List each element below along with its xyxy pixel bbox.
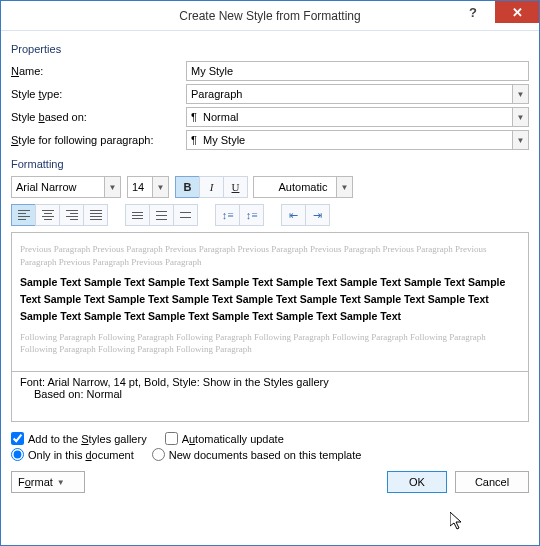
add-gallery-input[interactable] xyxy=(11,432,24,445)
style-type-value[interactable] xyxy=(186,84,529,104)
preview-following: Following Paragraph Following Paragraph … xyxy=(20,331,520,356)
cancel-button[interactable]: Cancel xyxy=(455,471,529,493)
row-name: Name: xyxy=(11,61,529,81)
chevron-down-icon: ▼ xyxy=(57,478,65,487)
titlebar: Create New Style from Formatting ? ✕ xyxy=(1,1,539,31)
align-left-button[interactable] xyxy=(11,204,36,226)
following-select[interactable]: ▼ xyxy=(186,130,529,150)
space-before-inc-button[interactable]: ↕≡ xyxy=(215,204,240,226)
para-spacing-buttons: ↕≡ ↕≡ xyxy=(215,204,263,226)
align-center-button[interactable] xyxy=(35,204,60,226)
spacing-buttons xyxy=(125,204,197,226)
formatting-group-label: Formatting xyxy=(11,158,529,170)
format-row-2: ↕≡ ↕≡ ⇤ ⇥ xyxy=(11,204,529,226)
name-label: Name: xyxy=(11,65,186,77)
chevron-down-icon[interactable]: ▼ xyxy=(152,176,169,198)
alignment-buttons xyxy=(11,204,107,226)
font-style-buttons: B I U xyxy=(175,176,247,198)
new-docs-radio[interactable]: New documents based on this template xyxy=(152,448,362,461)
only-doc-input[interactable] xyxy=(11,448,24,461)
dialog-body: Properties Name: Style type: ▼ Style bas… xyxy=(1,31,539,503)
following-label: Style for following paragraph: xyxy=(11,134,186,146)
close-button[interactable]: ✕ xyxy=(495,1,539,23)
description-line2: Based on: Normal xyxy=(20,388,520,400)
properties-group-label: Properties xyxy=(11,43,529,55)
dialog-window: Create New Style from Formatting ? ✕ Pro… xyxy=(0,0,540,546)
new-docs-input[interactable] xyxy=(152,448,165,461)
format-button[interactable]: Format ▼ xyxy=(11,471,85,493)
based-on-label: Style based on: xyxy=(11,111,186,123)
chevron-down-icon[interactable]: ▼ xyxy=(512,107,529,127)
line-spacing-2-button[interactable] xyxy=(173,204,198,226)
style-type-select[interactable]: ▼ xyxy=(186,84,529,104)
increase-indent-button[interactable]: ⇥ xyxy=(305,204,330,226)
space-before-dec-button[interactable]: ↕≡ xyxy=(239,204,264,226)
options-area: Add to the Styles gallery Automatically … xyxy=(11,432,529,461)
format-row-1: ▼ ▼ B I U ▼ xyxy=(11,176,529,198)
chevron-down-icon[interactable]: ▼ xyxy=(336,176,353,198)
description-box: Font: Arial Narrow, 14 pt, Bold, Style: … xyxy=(11,372,529,422)
preview-sample: Sample Text Sample Text Sample Text Samp… xyxy=(20,274,520,324)
ok-button[interactable]: OK xyxy=(387,471,447,493)
auto-update-input[interactable] xyxy=(165,432,178,445)
line-spacing-1-5-button[interactable] xyxy=(149,204,174,226)
help-button[interactable]: ? xyxy=(451,1,495,23)
font-name-combo[interactable]: ▼ xyxy=(11,176,121,198)
auto-update-checkbox[interactable]: Automatically update xyxy=(165,432,284,445)
align-justify-button[interactable] xyxy=(83,204,108,226)
row-based-on: Style based on: ▼ xyxy=(11,107,529,127)
style-type-label: Style type: xyxy=(11,88,186,100)
only-doc-radio[interactable]: Only in this document xyxy=(11,448,134,461)
based-on-value[interactable] xyxy=(186,107,529,127)
line-spacing-1-button[interactable] xyxy=(125,204,150,226)
row-following: Style for following paragraph: ▼ xyxy=(11,130,529,150)
description-line1: Font: Arial Narrow, 14 pt, Bold, Style: … xyxy=(20,376,520,388)
chevron-down-icon[interactable]: ▼ xyxy=(104,176,121,198)
font-size-combo[interactable]: ▼ xyxy=(127,176,169,198)
titlebar-controls: ? ✕ xyxy=(451,1,539,30)
dialog-title: Create New Style from Formatting xyxy=(179,9,360,23)
name-input[interactable] xyxy=(186,61,529,81)
chevron-down-icon[interactable]: ▼ xyxy=(512,130,529,150)
decrease-indent-button[interactable]: ⇤ xyxy=(281,204,306,226)
italic-button[interactable]: I xyxy=(199,176,224,198)
indent-buttons: ⇤ ⇥ xyxy=(281,204,329,226)
align-right-button[interactable] xyxy=(59,204,84,226)
following-value[interactable] xyxy=(186,130,529,150)
based-on-select[interactable]: ▼ xyxy=(186,107,529,127)
footer: Format ▼ OK Cancel xyxy=(11,471,529,493)
font-color-combo[interactable]: ▼ xyxy=(253,176,353,198)
add-gallery-checkbox[interactable]: Add to the Styles gallery xyxy=(11,432,147,445)
row-style-type: Style type: ▼ xyxy=(11,84,529,104)
preview-previous: Previous Paragraph Previous Paragraph Pr… xyxy=(20,243,520,268)
bold-button[interactable]: B xyxy=(175,176,200,198)
chevron-down-icon[interactable]: ▼ xyxy=(512,84,529,104)
underline-button[interactable]: U xyxy=(223,176,248,198)
preview-box: Previous Paragraph Previous Paragraph Pr… xyxy=(11,232,529,372)
